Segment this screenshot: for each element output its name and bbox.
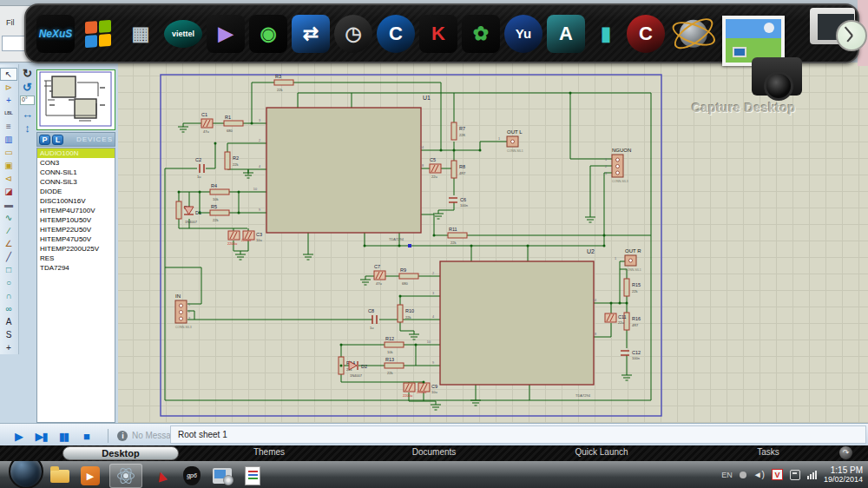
teamviewer-icon[interactable]: ⇄	[292, 15, 330, 53]
toolbar-chevron-button[interactable]: ↷	[839, 446, 852, 459]
mirror-horizontal-button[interactable]: ↔	[20, 107, 35, 121]
device-item[interactable]: HITEMP47U50V	[37, 234, 115, 244]
device-item[interactable]: HITEMP10U50V	[37, 215, 115, 225]
2d-text-mode[interactable]: A	[0, 315, 17, 328]
simulation-controls: ▶▶▮▮▮■	[7, 428, 97, 444]
device-item[interactable]: CONN-SIL1	[37, 168, 115, 177]
safe-box-icon[interactable]: ▦	[122, 15, 160, 53]
selection-tool[interactable]: ↖	[0, 68, 17, 81]
unikey-icon[interactable]: V	[772, 469, 783, 480]
device-item[interactable]: HITEMP22U50V	[37, 225, 115, 234]
yu-icon[interactable]: Yu	[504, 15, 542, 53]
voltage-probe-mode[interactable]: ∕	[0, 224, 17, 237]
play-button[interactable]: ▶	[7, 430, 30, 443]
clock-gauge-icon[interactable]: ◷	[334, 15, 372, 53]
language-indicator[interactable]: EN	[721, 471, 733, 479]
proteus-isis-icon[interactable]	[109, 464, 142, 488]
globe-icon[interactable]	[669, 10, 718, 58]
sheet-tab[interactable]: Root sheet 1	[178, 430, 227, 439]
2d-path-mode[interactable]: ∞	[0, 302, 17, 315]
tray-clock[interactable]: 1:15 PM 19/02/2014	[824, 465, 863, 485]
converter-icon[interactable]: C	[377, 15, 415, 53]
graph-mode[interactable]: ◪	[0, 185, 17, 198]
device-item[interactable]: AUDIO100N	[37, 148, 115, 158]
monitor-clock-icon[interactable]	[806, 3, 868, 65]
stop-button[interactable]: ■	[75, 430, 97, 443]
toolbar-label-tasks[interactable]: Tasks	[757, 447, 779, 457]
toolbar-desktop-button[interactable]: Desktop	[62, 446, 179, 460]
graphics-app-icon[interactable]: A	[547, 15, 585, 53]
device-item[interactable]: DISC100N16V	[37, 196, 115, 206]
device-pin-mode[interactable]: ⊲	[0, 172, 17, 185]
tape-recorder-mode[interactable]: ▬	[0, 198, 17, 211]
windows-icon[interactable]	[79, 15, 117, 53]
component-mode[interactable]: ⊳	[0, 81, 17, 94]
wire-label-mode[interactable]: LBL	[0, 107, 17, 120]
device-item[interactable]: HITEMP2200U25V	[37, 244, 115, 254]
nexus-icon[interactable]: NeXuS	[36, 15, 75, 53]
overview-minimap[interactable]	[36, 69, 115, 130]
taskbar-apps: ▶▲gp6	[49, 464, 264, 488]
tray-status-icon[interactable]	[740, 472, 746, 478]
red-bird-app-icon[interactable]: ▲	[150, 465, 173, 487]
toolbar-label-documents[interactable]: Documents	[412, 447, 457, 457]
schematic-canvas[interactable]	[118, 63, 868, 423]
sheet-tab-panel: Root sheet 1	[170, 425, 866, 444]
network-icon[interactable]	[807, 471, 817, 479]
library-button[interactable]: L	[52, 135, 63, 145]
media-player-icon[interactable]: ▶	[79, 465, 102, 487]
rotate-cw-button[interactable]: ↻	[20, 66, 35, 80]
software-cd-icon[interactable]	[211, 465, 233, 487]
text-script-mode[interactable]: ≡	[0, 120, 17, 133]
step-button[interactable]: ▶▮	[30, 430, 52, 443]
separator	[108, 429, 108, 443]
terminal-mode[interactable]: ▣	[0, 159, 17, 172]
device-item[interactable]: CONN-SIL3	[37, 177, 115, 187]
2d-box-mode[interactable]: □	[0, 263, 17, 276]
2d-circle-mode[interactable]: ○	[0, 276, 17, 289]
device-item[interactable]: DIODE	[37, 187, 115, 196]
device-item[interactable]: RES	[37, 254, 115, 263]
2d-marker-mode[interactable]: +	[0, 341, 17, 354]
proteus-window: U1TDA7294U2TDA7294R322kR1680R222kR410kR5…	[0, 63, 868, 445]
2d-arc-mode[interactable]: ∩	[0, 289, 17, 302]
devices-header: P L DEVICES	[36, 132, 115, 147]
kaspersky-icon[interactable]: K	[419, 15, 457, 53]
junction-dot-mode[interactable]: +	[0, 94, 17, 107]
orientation-panel: ↻ ↺ 0° ↔ ↕	[20, 66, 36, 135]
2d-symbol-mode[interactable]: S	[0, 328, 17, 341]
pause-button[interactable]: ▮▮	[52, 430, 75, 443]
mode-toolbar: ↖⊳+LBL≡▥▭▣⊲◪▬∿∕∠╱□○∩∞AS+	[0, 64, 19, 354]
dock-tooltip: Capture Desktop	[692, 101, 796, 115]
green-browser-icon[interactable]: ✿	[462, 15, 500, 53]
toolbar-label-quick-launch[interactable]: Quick Launch	[575, 447, 628, 457]
current-probe-mode[interactable]: ∠	[0, 237, 17, 250]
device-item[interactable]: HITEMP4U7100V	[37, 206, 115, 215]
subcircuit-mode[interactable]: ▭	[0, 146, 17, 159]
info-icon: i	[117, 431, 128, 441]
guitar-pro-icon[interactable]: gp6	[181, 465, 203, 487]
device-item[interactable]: TDA7294	[37, 263, 115, 273]
mirror-vertical-button[interactable]: ↕	[20, 121, 35, 135]
webcam-icon[interactable]: ◉	[249, 15, 287, 53]
viettel-icon[interactable]: viettel	[164, 20, 202, 48]
pick-devices-button[interactable]: P	[39, 135, 50, 145]
bus-mode[interactable]: ▥	[0, 133, 17, 146]
simulation-status-bar: ▶▶▮▮▮■ i No Messages Root sheet 1	[0, 423, 868, 445]
battery-icon[interactable]: ▮	[589, 17, 622, 50]
2d-line-mode[interactable]: ╱	[0, 250, 17, 263]
kmplayer-icon[interactable]: ▶	[207, 15, 245, 53]
explorer-folder-icon[interactable]	[49, 465, 71, 487]
toolbar-label-themes[interactable]: Themes	[253, 447, 285, 457]
document-app-icon[interactable]	[241, 465, 264, 487]
system-tray: EN ◄) V 1:15 PM 19/02/2014	[721, 461, 863, 488]
input-panel-icon[interactable]	[790, 470, 800, 480]
ccleaner-icon[interactable]: C	[627, 15, 665, 53]
device-item[interactable]: CON3	[37, 158, 115, 168]
capture-desktop-icon[interactable]	[722, 16, 802, 96]
volume-icon[interactable]: ◄)	[753, 470, 765, 479]
rotate-ccw-button[interactable]: ↺	[20, 80, 35, 94]
generator-mode[interactable]: ∿	[0, 211, 17, 224]
device-list: AUDIO100NCON3CONN-SIL1CONN-SIL3DIODEDISC…	[36, 148, 115, 423]
angle-input[interactable]: 0°	[20, 96, 35, 105]
